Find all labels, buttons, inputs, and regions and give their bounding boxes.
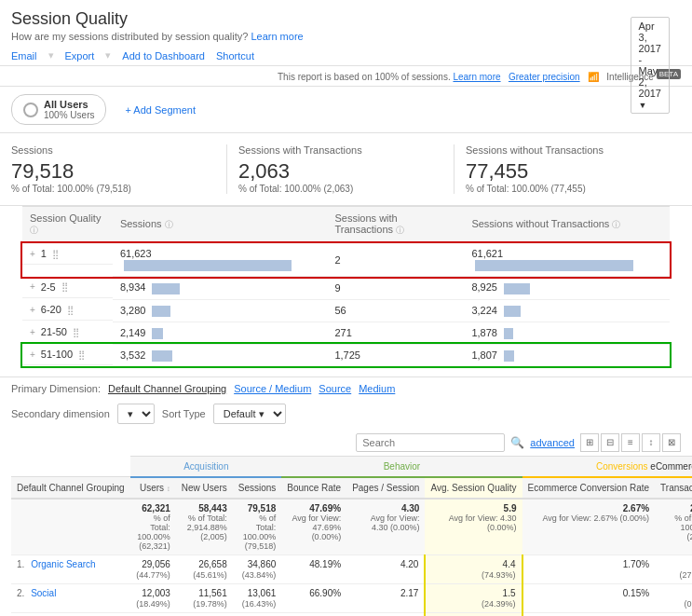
avg-sq-cell: 1.5(24.39%) [425,583,522,612]
dim-option-source-medium[interactable]: Source / Medium [234,383,311,394]
sessions-cell: 3,532 [113,344,328,366]
total-ecom-cr: 2.67% Avg for View: 2.67% (0.00%) [522,499,656,555]
sessions-cell: 2,149 [113,322,328,344]
expand-icon[interactable]: + [30,281,35,292]
report-learn-more[interactable]: Learn more [453,72,500,82]
totals-label [11,499,130,555]
new-users-header[interactable]: New Users [176,477,233,499]
pages-cell: 6.33 [346,612,425,616]
no-trans-col-header[interactable]: Sessions without Transactions ⓘ [464,207,670,243]
trans-cell: 56 [327,299,464,322]
table-row: 1. Organic Search 29,056(44.77%) 26,658(… [11,554,692,583]
dim-option-medium[interactable]: Medium [359,383,395,394]
avg-sq-cell: 4.4(74.93%) [425,554,522,583]
dim-option-default[interactable]: Default Channel Grouping [108,383,226,394]
pages-session-header[interactable]: Pages / Session [346,477,425,499]
secondary-dim-label: Secondary dimension [11,408,110,419]
primary-dim-label: Primary Dimension: [11,383,101,394]
users-header[interactable]: Users ↕ [130,477,176,499]
quality-table-row: + 21-50 ⣿ 2,149 271 1,878 [22,322,670,344]
no-trans-cell: 3,224 [464,299,670,322]
comparison-view-icon[interactable]: ≡ [621,433,640,452]
term-cloud-icon[interactable]: ↕ [642,433,660,452]
channel-cell: 1. Organic Search [11,554,130,583]
pivot-view-icon[interactable]: ⊟ [601,433,619,452]
new-users-cell: 26,658(45.61%) [176,554,233,583]
page-subtitle: How are my sessions distributed by sessi… [11,31,681,42]
segment-name: All Users [44,99,94,110]
page-view-icon[interactable]: ⊠ [662,433,681,452]
segment-sub: 100% Users [44,110,94,120]
learn-more-link[interactable]: Learn more [251,31,303,42]
add-dashboard-button[interactable]: Add to Dashboard [122,50,205,62]
total-users: 62,321 % of Total: 100.00% (62,321) [130,499,176,555]
ecommerce-dropdown[interactable]: eCommerce ▾ [650,461,692,472]
expand-icon[interactable]: + [30,349,35,360]
table-view-icon[interactable]: ⊞ [580,433,599,452]
total-transactions: 2,121 % of Total: 100.00% (2,121) [655,499,692,555]
sort-type-label: Sort Type [162,408,206,419]
quality-value: 21-50 [41,326,67,337]
no-trans-bar [504,283,530,294]
sessions-col-header[interactable]: Sessions ⓘ [113,207,328,243]
info-icon3: ⓘ [396,226,404,235]
trans-cell: 1,725 [327,344,464,366]
transactions-cell: 591(27.86%) [655,554,692,583]
email-button[interactable]: Email [11,50,37,62]
report-note-text: This report is based on 100% of sessions… [278,72,451,82]
advanced-link[interactable]: advanced [530,437,575,448]
bounce-rate-header[interactable]: Bounce Rate [281,477,346,499]
drag-icon[interactable]: ⣿ [52,249,59,259]
trans-cell: 2 [327,243,464,277]
search-icon: 🔍 [510,436,524,449]
channel-link[interactable]: Social [31,588,56,598]
trans-col-header[interactable]: Sessions with Transactions ⓘ [327,207,464,243]
table-row: 2. Social 12,003(18.49%) 11,561(19.78%) … [11,583,692,612]
sessions-cell: 61,623 [113,243,328,277]
drag-icon[interactable]: ⣿ [78,349,85,360]
shortcut-button[interactable]: Shortcut [216,50,254,62]
drag-icon[interactable]: ⣿ [67,305,74,315]
secondary-dim-dropdown[interactable]: ▾ [117,404,155,424]
sort-type-dropdown[interactable]: Default ▾ [213,404,286,424]
channel-link[interactable]: Organic Search [31,559,95,569]
avg-sq-header[interactable]: Avg. Session Quality [425,477,522,499]
expand-icon[interactable]: + [30,327,35,337]
avg-sq-cell: 14.0(239.99%) [425,612,522,616]
ecom-cr-cell: 1.70% [522,554,656,583]
quality-value: 1 [41,248,47,259]
users-cell: 11,331(17.46%) [130,612,176,616]
new-users-cell: 9,012(15.42%) [176,612,233,616]
dimension-header[interactable]: Default Channel Grouping [11,477,130,499]
precision-link[interactable]: Greater precision [509,72,580,82]
info-icon: ⓘ [30,226,38,235]
drag-icon[interactable]: ⣿ [61,281,68,292]
no-trans-bar [504,306,521,317]
drag-icon[interactable]: ⣿ [73,327,79,337]
no-trans-bar [504,350,514,362]
export-button[interactable]: Export [65,50,95,62]
bounce-cell: 29.27% [281,612,346,616]
toolbar-sep1: ▾ [48,49,54,62]
transactions-header[interactable]: Transactions [655,477,692,499]
segment-circle [23,103,38,117]
quality-value: 2-5 [41,281,56,293]
trans-cell: 271 [327,322,464,344]
add-segment-button[interactable]: + Add Segment [125,104,196,116]
all-users-segment[interactable]: All Users 100% Users [11,94,106,125]
no-trans-bar [504,328,513,339]
ecom-cr-header[interactable]: Ecommerce Conversion Rate [522,477,656,499]
expand-icon[interactable]: + [30,305,35,315]
dim-option-source[interactable]: Source [319,383,351,394]
conv-group-header: Conversions [596,461,648,472]
total-new-users: 58,443 % of Total: 2,914.88% (2,005) [176,499,233,555]
expand-icon[interactable]: + [30,249,35,259]
pages-cell: 4.20 [346,554,425,583]
quality-col-header[interactable]: Session Quality ⓘ [22,207,113,243]
sessions-bar [152,328,163,339]
sessions-header[interactable]: Sessions [233,477,282,499]
search-input[interactable] [356,433,505,452]
date-range[interactable]: Apr 3, 2017 - May 2, 2017 [631,17,670,114]
transactions-cell: 20(0.94%) [655,583,692,612]
sessions-cell: 8,934 [113,277,328,299]
